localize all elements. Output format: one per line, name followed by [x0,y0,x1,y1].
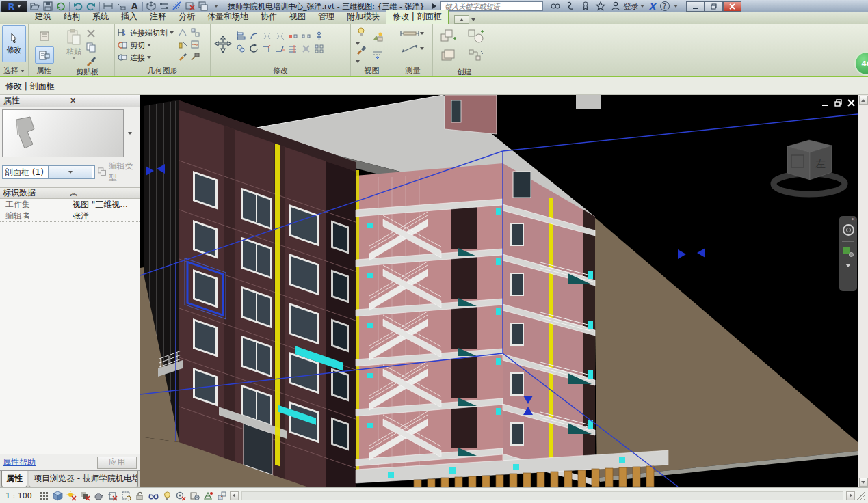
crop-region-icon[interactable] [120,490,132,502]
create-parts-icon[interactable] [467,48,485,66]
hscroll-right-icon[interactable] [846,491,855,500]
chevron-down-icon[interactable] [48,166,92,178]
search-input[interactable] [443,2,540,10]
minimize-button[interactable] [686,1,705,12]
navbar-chevron-icon[interactable] [845,264,851,267]
building-right-block[interactable] [503,163,595,485]
detail-level-icon[interactable] [38,490,50,502]
copy-tool-icon[interactable] [236,44,246,54]
section-cut-stairwell[interactable] [356,163,503,470]
join-geometry-button[interactable]: 连接 [117,52,174,63]
horizontal-scrollbar[interactable] [241,491,843,500]
restore-button[interactable] [705,1,723,12]
unlocked-3d-view-icon[interactable] [134,490,146,502]
temporary-hide-isolate-icon[interactable] [148,490,159,502]
search-box[interactable] [440,1,543,11]
offset-icon[interactable] [249,31,259,41]
tab-collaborate[interactable]: 协作 [254,10,283,24]
cut-geometry-button[interactable]: 剪切 [117,40,174,51]
drawing-area[interactable]: 左 ✕ [140,95,858,487]
join-end-cut-button[interactable]: 连接端切割 [117,27,174,38]
tab-view[interactable]: 视图 [283,10,312,24]
tab-modify-section-box[interactable]: 修改 | 剖面框 [386,10,449,24]
type-properties-button[interactable] [35,27,54,44]
section-identity-data[interactable]: 标识数据 ︽ [0,187,140,199]
trim-multiple-icon[interactable] [288,44,298,54]
steering-wheel-icon[interactable] [843,224,854,236]
type-selector[interactable]: 剖面框 (1) [2,165,95,179]
crop-view-icon[interactable] [107,490,118,502]
sign-in[interactable]: 登录 [610,1,644,12]
building-front-facade[interactable] [179,100,356,487]
pin-icon[interactable] [314,31,324,41]
rendering-dialog-icon[interactable] [93,490,105,502]
properties-title-bar[interactable]: 属性 ✕ [0,95,140,107]
rotate-icon[interactable] [249,44,259,54]
mirror-axis-icon[interactable] [262,31,272,41]
property-row-workset[interactable]: 工作集 视图 "三维视... [0,199,140,210]
wall-joins-icon[interactable] [178,27,190,40]
navbar-close-icon[interactable]: ✕ [851,217,855,221]
array-icon[interactable] [314,44,324,54]
hscroll-left-icon[interactable] [230,491,239,500]
displacement-sets-icon[interactable] [216,490,228,502]
preview-dropdown-icon[interactable] [128,132,132,135]
title-overflow-icon[interactable] [432,3,436,9]
tab-project-browser[interactable]: 项目浏览器 - 技师学院机电培训... [29,471,138,487]
split-element-icon[interactable] [288,31,298,41]
tab-properties[interactable]: 属性 [1,471,27,487]
paste-button[interactable]: 粘贴 [62,25,86,62]
sun-path-icon[interactable] [66,490,77,502]
collapse-icon[interactable]: ︽ [70,187,137,199]
tab-addins[interactable]: 附加模块 [341,10,386,24]
close-icon[interactable]: ✕ [70,96,136,105]
analytical-model-icon[interactable] [202,490,214,502]
paint-icon[interactable] [178,52,190,64]
view-restore-icon[interactable] [834,99,842,109]
chevron-down-icon[interactable] [674,5,678,8]
view-close-icon[interactable] [847,99,855,109]
exchange-apps-icon[interactable]: X [648,1,655,12]
ribbon-minimize-button[interactable] [454,15,469,24]
unjoin-icon[interactable] [178,40,190,52]
create-group-icon[interactable] [440,29,458,47]
demolish-icon[interactable] [190,52,202,64]
split-face-icon[interactable] [190,40,202,52]
view-scale[interactable]: 1 : 100 [5,491,32,500]
communication-icon[interactable] [580,1,591,12]
reveal-hidden-elements-icon[interactable] [161,490,173,502]
vertical-scrollbar[interactable] [858,95,868,487]
tab-manage[interactable]: 管理 [312,10,341,24]
zoom-icon[interactable] [843,247,854,257]
render-icon[interactable] [372,31,383,42]
graphic-display-icon[interactable] [356,44,367,65]
panel-properties-label[interactable]: 属性 [29,66,60,76]
panel-select-label[interactable]: 选择 [0,66,28,76]
cut-icon[interactable] [86,28,96,39]
subscription-icon[interactable] [565,1,576,12]
tab-massing-site[interactable]: 体量和场地 [201,10,254,24]
trim-corner-icon[interactable] [262,44,272,54]
3d-view-canvas[interactable]: 左 [140,95,858,487]
trim-single-icon[interactable] [275,44,285,54]
application-menu-button[interactable]: R [1,1,27,12]
edit-type-button[interactable]: 编辑类型 [98,161,137,184]
copy-icon[interactable] [86,42,96,53]
match-type-icon[interactable] [86,55,96,66]
view-minimize-icon[interactable] [821,99,829,109]
temporary-view-properties-icon[interactable] [189,490,200,502]
tab-annotate[interactable]: 注释 [144,10,172,24]
align-icon[interactable] [236,31,246,41]
scroll-down-icon[interactable] [859,478,868,487]
close-button[interactable] [723,1,741,12]
properties-help-link[interactable]: 属性帮助 [3,457,97,468]
tab-analyze[interactable]: 分析 [172,10,201,24]
create-assembly-icon[interactable] [440,48,458,66]
measure-between-icon[interactable] [399,29,424,38]
scroll-up-icon[interactable] [859,96,868,105]
shadows-icon[interactable] [79,490,91,502]
beam-joins-icon[interactable] [190,27,202,40]
visual-style-icon[interactable] [52,490,64,502]
apply-button[interactable]: 应用 [97,457,137,469]
properties-palette-button[interactable] [35,46,54,64]
